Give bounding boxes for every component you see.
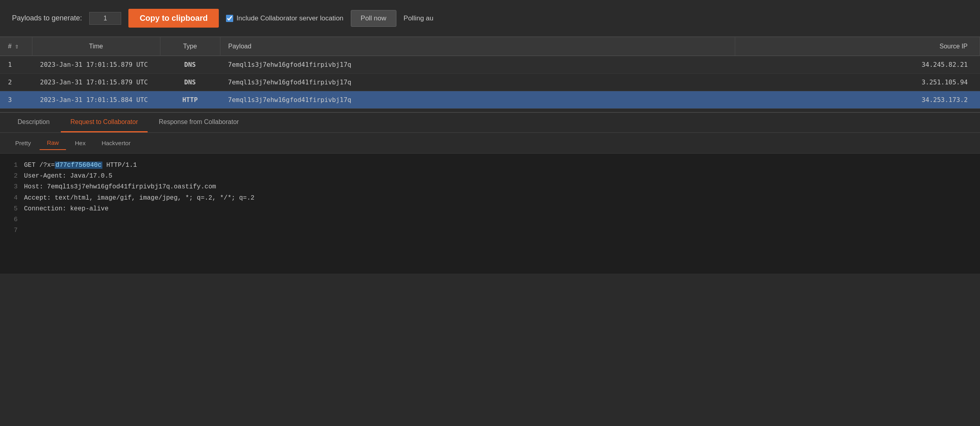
table-cell-2-0: 3 (0, 91, 32, 109)
main-tabs-bar: Description Request to Collaborator Resp… (0, 113, 980, 133)
code-line-5: 5 Connection: keep-alive (10, 204, 970, 214)
table-row[interactable]: 12023-Jan-31 17:01:15.879 UTCDNS7emql1s3… (0, 56, 980, 74)
table-cell-1-2: DNS (160, 74, 220, 91)
line-num-1: 1 (10, 160, 18, 171)
col-header-payload[interactable]: Payload (220, 37, 735, 56)
polling-status: Polling au (404, 14, 434, 22)
line-num-5: 5 (10, 204, 18, 214)
interactions-table-container: # ⇧ Time Type Payload Source IP 12023-Ja… (0, 37, 980, 109)
col-payload-label: Payload (228, 43, 252, 50)
poll-now-button[interactable]: Poll now (351, 10, 396, 27)
code-area: 1 GET /?x=d77cf756040c HTTP/1.1 2 User-A… (0, 154, 980, 274)
tab-description[interactable]: Description (8, 113, 59, 132)
code-content-7 (24, 225, 970, 236)
highlight-value: d77cf756040c (55, 162, 102, 169)
payloads-label: Payloads to generate: (12, 14, 82, 22)
code-content-4: Accept: text/html, image/gif, image/jpeg… (24, 193, 970, 204)
col-header-time[interactable]: Time (32, 37, 160, 56)
col-num-label: # (8, 43, 12, 50)
code-line-2: 2 User-Agent: Java/17.0.5 (10, 171, 970, 182)
code-line-4: 4 Accept: text/html, image/gif, image/jp… (10, 193, 970, 204)
code-content-6 (24, 214, 970, 225)
table-cell-2-2: HTTP (160, 91, 220, 109)
code-content-2: User-Agent: Java/17.0.5 (24, 171, 970, 182)
table-cell-0-2: DNS (160, 56, 220, 74)
line-num-6: 6 (10, 214, 18, 225)
code-content-5: Connection: keep-alive (24, 204, 970, 214)
code-line-1: 1 GET /?x=d77cf756040c HTTP/1.1 (10, 160, 970, 171)
table-cell-0-1: 2023-Jan-31 17:01:15.879 UTC (32, 56, 160, 74)
toolbar: Payloads to generate: Copy to clipboard … (0, 0, 980, 36)
sub-tab-hackvertor[interactable]: Hackvertor (94, 136, 138, 150)
code-content-1: GET /?x=d77cf756040c HTTP/1.1 (24, 160, 970, 171)
interactions-table: # ⇧ Time Type Payload Source IP 12023-Ja… (0, 37, 980, 109)
table-cell-2-4: 34.253.173.2 (735, 91, 980, 109)
table-cell-2-3: 7emql1s3j7ehw16gfod41firpivbj17q (220, 91, 735, 109)
table-row[interactable]: 32023-Jan-31 17:01:15.884 UTCHTTP7emql1s… (0, 91, 980, 109)
sort-arrow-icon: ⇧ (15, 44, 19, 50)
col-source-ip-label: Source IP (940, 43, 968, 50)
table-cell-1-0: 2 (0, 74, 32, 91)
line-num-3: 3 (10, 182, 18, 192)
table-body: 12023-Jan-31 17:01:15.879 UTCDNS7emql1s3… (0, 56, 980, 109)
line-num-4: 4 (10, 193, 18, 204)
col-header-num[interactable]: # ⇧ (0, 37, 32, 56)
col-header-type[interactable]: Type (160, 37, 220, 56)
sub-tab-pretty[interactable]: Pretty (8, 136, 38, 150)
include-location-label: Include Collaborator server location (236, 14, 343, 22)
sub-tab-raw[interactable]: Raw (40, 136, 66, 150)
table-header-row: # ⇧ Time Type Payload Source IP (0, 37, 980, 56)
copy-to-clipboard-button[interactable]: Copy to clipboard (128, 9, 219, 28)
tab-request-to-collaborator[interactable]: Request to Collaborator (61, 113, 148, 132)
tab-response-from-collaborator[interactable]: Response from Collaborator (149, 113, 248, 132)
table-row[interactable]: 22023-Jan-31 17:01:15.879 UTCDNS7emql1s3… (0, 74, 980, 91)
payloads-input[interactable] (89, 12, 121, 25)
table-cell-1-3: 7emql1s3j7ehw16gfod41firpivbj17q (220, 74, 735, 91)
table-cell-0-4: 34.245.82.21 (735, 56, 980, 74)
sub-tabs-bar: Pretty Raw Hex Hackvertor (0, 133, 980, 154)
bottom-panel: Description Request to Collaborator Resp… (0, 112, 980, 274)
include-location-area: Include Collaborator server location (226, 14, 343, 22)
line-num-7: 7 (10, 225, 18, 236)
code-line-3: 3 Host: 7emql1s3j7ehw16gfod41firpivbj17q… (10, 182, 970, 192)
table-cell-0-3: 7emql1s3j7ehw16gfod41firpivbj17q (220, 56, 735, 74)
line-num-2: 2 (10, 171, 18, 182)
table-cell-0-0: 1 (0, 56, 32, 74)
col-type-label: Type (183, 43, 197, 50)
col-time-label: Time (89, 43, 103, 50)
code-line-7: 7 (10, 225, 970, 236)
code-content-3: Host: 7emql1s3j7ehw16gfod41firpivbj17q.o… (24, 182, 970, 192)
table-cell-1-1: 2023-Jan-31 17:01:15.879 UTC (32, 74, 160, 91)
include-location-checkbox[interactable] (226, 15, 233, 22)
table-cell-1-4: 3.251.105.94 (735, 74, 980, 91)
table-cell-2-1: 2023-Jan-31 17:01:15.884 UTC (32, 91, 160, 109)
code-line-6: 6 (10, 214, 970, 225)
sub-tab-hex[interactable]: Hex (68, 136, 93, 150)
col-header-source-ip[interactable]: Source IP (735, 37, 980, 56)
